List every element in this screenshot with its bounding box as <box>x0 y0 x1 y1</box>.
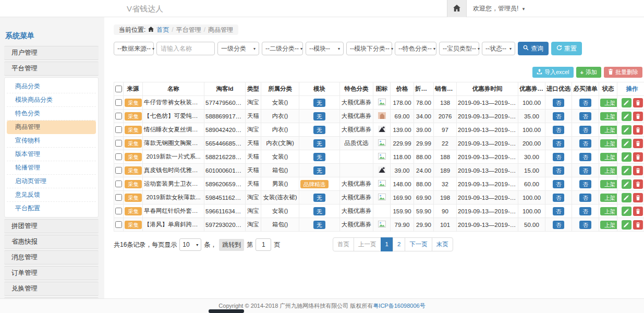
status-badge[interactable]: 上架 <box>600 180 617 188</box>
row-checkbox[interactable] <box>115 221 122 228</box>
delete-button[interactable] <box>633 166 643 175</box>
row-checkbox[interactable] <box>115 99 122 106</box>
search-button[interactable]: 查询 <box>518 42 549 55</box>
status-badge[interactable]: 上架 <box>600 166 617 175</box>
must-buy-badge[interactable]: 否 <box>579 153 591 161</box>
sidebar-item[interactable]: 平台配置 <box>7 202 96 215</box>
must-buy-badge[interactable]: 否 <box>579 166 591 175</box>
import-select-badge[interactable]: 否 <box>553 99 565 107</box>
filter-select-level1-category[interactable]: 一级分类▾ <box>217 42 259 55</box>
import-select-badge[interactable]: 否 <box>553 153 565 161</box>
status-badge[interactable]: 上架 <box>600 99 617 107</box>
status-badge[interactable]: 上架 <box>600 221 617 229</box>
breadcrumb-home-link[interactable]: 首页 <box>156 26 169 34</box>
delete-button[interactable] <box>633 207 643 216</box>
edit-button[interactable] <box>622 139 631 148</box>
import-select-badge[interactable]: 否 <box>553 194 565 202</box>
row-checkbox[interactable] <box>115 167 122 174</box>
must-buy-badge[interactable]: 否 <box>579 194 591 202</box>
sidebar-group[interactable]: 兑换管理 <box>4 282 99 296</box>
select-all-checkbox[interactable] <box>115 86 122 92</box>
jump-button[interactable]: 跳转到 <box>219 239 244 251</box>
sidebar-item[interactable]: 模块商品分类 <box>7 93 96 107</box>
delete-button[interactable] <box>633 193 643 202</box>
must-buy-badge[interactable]: 否 <box>579 99 591 107</box>
edit-button[interactable] <box>622 207 631 216</box>
edit-button[interactable] <box>622 166 631 175</box>
import-select-badge[interactable]: 否 <box>553 207 565 215</box>
must-buy-badge[interactable]: 否 <box>579 126 591 134</box>
page-button[interactable]: 2 <box>393 237 405 251</box>
import-select-badge[interactable]: 否 <box>553 180 565 188</box>
sidebar-item[interactable]: 轮播管理 <box>7 161 96 175</box>
status-badge[interactable]: 上架 <box>600 139 617 148</box>
user-menu[interactable]: 欢迎您，管理员! ▾ <box>473 0 525 18</box>
sidebar-group[interactable]: 用户管理 <box>4 46 99 60</box>
page-button[interactable]: 末页 <box>432 237 453 251</box>
sidebar-group[interactable]: 拼团管理 <box>4 219 99 233</box>
row-checkbox[interactable] <box>115 153 122 160</box>
per-page-select[interactable]: 10▾ <box>179 238 201 251</box>
sidebar-item[interactable]: 商品管理 <box>7 121 96 134</box>
filter-select-feature-category[interactable]: --特色分类--▾ <box>395 42 436 55</box>
sidebar-group[interactable]: 订单管理 <box>4 266 99 280</box>
row-checkbox[interactable] <box>115 140 122 147</box>
filter-select-level2-category[interactable]: --二级分类--▾ <box>262 42 303 55</box>
icp-link[interactable]: 粤ICP备16098006号 <box>373 302 425 310</box>
sidebar-group[interactable]: 省惠快报 <box>4 235 99 249</box>
delete-button[interactable] <box>633 112 643 121</box>
delete-button[interactable] <box>633 179 643 189</box>
delete-button[interactable] <box>633 152 643 162</box>
filter-select-item-type[interactable]: --宝贝类型--▾ <box>439 42 479 55</box>
must-buy-badge[interactable]: 否 <box>579 207 591 215</box>
status-badge[interactable]: 上架 <box>600 126 617 134</box>
search-name-input[interactable] <box>156 42 215 55</box>
add-button[interactable]: + 添加 <box>576 67 601 78</box>
sidebar-item[interactable]: 版本管理 <box>7 148 96 161</box>
filter-select-module[interactable]: --模块--▾ <box>306 42 344 55</box>
jump-page-input[interactable] <box>256 238 271 251</box>
reset-button[interactable]: 重置 <box>551 42 582 55</box>
filter-select-status[interactable]: --状态--▾ <box>482 42 515 55</box>
import-select-badge[interactable]: 否 <box>553 221 565 229</box>
delete-button[interactable] <box>633 139 643 148</box>
horizontal-scrollbar-thumb[interactable] <box>209 309 244 313</box>
must-buy-badge[interactable]: 否 <box>579 180 591 188</box>
status-badge[interactable]: 上架 <box>600 194 617 202</box>
page-button[interactable]: 下一页 <box>405 237 432 251</box>
delete-button[interactable] <box>633 98 643 107</box>
row-checkbox[interactable] <box>115 126 122 133</box>
edit-button[interactable] <box>622 112 631 121</box>
import-select-badge[interactable]: 否 <box>553 126 565 134</box>
row-checkbox[interactable] <box>115 113 122 119</box>
filter-select-module-sub-category[interactable]: --模块下分类--▾ <box>346 42 392 55</box>
must-buy-badge[interactable]: 否 <box>579 139 591 148</box>
status-badge[interactable]: 上架 <box>600 112 617 121</box>
page-button[interactable]: 1 <box>381 237 393 251</box>
row-checkbox[interactable] <box>115 180 122 187</box>
edit-button[interactable] <box>622 152 631 162</box>
must-buy-badge[interactable]: 否 <box>579 112 591 121</box>
delete-button[interactable] <box>633 220 643 230</box>
import-select-badge[interactable]: 否 <box>553 112 565 121</box>
edit-button[interactable] <box>622 193 631 202</box>
import-select-badge[interactable]: 否 <box>553 166 565 175</box>
edit-button[interactable] <box>622 98 631 107</box>
sidebar-group[interactable]: 消息管理 <box>4 250 99 264</box>
import-select-badge[interactable]: 否 <box>553 139 565 148</box>
sidebar-item[interactable]: 特色分类 <box>7 107 96 121</box>
batch-delete-button[interactable]: 批量删除 <box>604 67 642 78</box>
delete-button[interactable] <box>633 125 643 135</box>
row-checkbox[interactable] <box>115 208 122 214</box>
status-badge[interactable]: 上架 <box>600 153 617 161</box>
row-checkbox[interactable] <box>115 194 122 201</box>
filter-select-data-source[interactable]: --数据来源--▾ <box>114 42 154 55</box>
edit-button[interactable] <box>622 220 631 230</box>
sidebar-item[interactable]: 宣传物料 <box>7 134 96 148</box>
edit-button[interactable] <box>622 125 631 135</box>
sidebar-item[interactable]: 启动页管理 <box>7 175 96 188</box>
home-button[interactable] <box>447 0 467 17</box>
must-buy-badge[interactable]: 否 <box>579 221 591 229</box>
sidebar-group[interactable]: 平台管理 <box>4 62 99 76</box>
status-badge[interactable]: 上架 <box>600 207 617 215</box>
